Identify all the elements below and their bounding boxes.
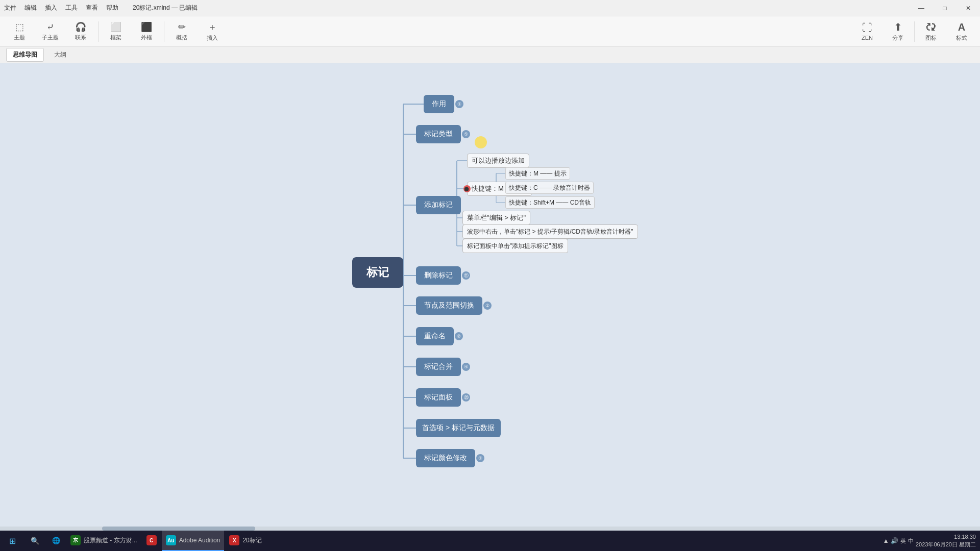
node-tianjiabianji[interactable]: 添加标记 (416, 196, 461, 214)
maximize-button[interactable]: □ (933, 0, 957, 16)
toolbar-right: ⛶ ZEN ⬆ 分享 🗘 图标 A 标式 (853, 17, 976, 46)
eastmoney-icon: 东 (70, 535, 81, 545)
badge-biaojihebingg: ④ (462, 363, 470, 371)
tray-lang[interactable]: 英 (900, 537, 906, 545)
node-bianjileixing-label: 标记类型 (424, 130, 453, 139)
node-biaojihebingg-label: 标记合并 (424, 362, 453, 371)
node-bianjileixing[interactable]: 标记类型 ⑤ (416, 125, 461, 143)
tab-mindmap[interactable]: 思维导图 (6, 48, 44, 62)
taskbar-cougar[interactable]: C (142, 531, 161, 551)
icon-panel-label: 图标 (925, 34, 937, 42)
waikuang-label: 外框 (141, 34, 152, 41)
sub-kuaijiec[interactable]: 快捷键：C —— 录放音计时器 (505, 182, 594, 194)
menu-insert[interactable]: 插入 (45, 4, 57, 12)
cursor-highlight (475, 136, 487, 148)
taskbar-eastmoney[interactable]: 东 股票频道 - 东方财... (66, 531, 141, 551)
taskbar-audition[interactable]: Au Adobe Audition (162, 531, 225, 551)
toolbar-kuangjia[interactable]: ⬜ 框架 (101, 17, 131, 46)
start-button[interactable]: ⊞ (0, 531, 24, 551)
node-zuoyong-label: 作用 (432, 99, 446, 109)
node-shouxuanxiang[interactable]: 首选项 > 标记与元数据 (416, 419, 501, 437)
h-scrollbar[interactable] (0, 527, 980, 531)
toolbar-charu[interactable]: ＋ 插入 (197, 17, 228, 46)
sub-kuaijieshiftm-label: 快捷键：Shift+M —— CD音轨 (509, 198, 591, 207)
node-biaojihebingg[interactable]: 标记合并 ④ (416, 358, 461, 376)
node-kyybian[interactable]: 可以边播放边添加 (467, 154, 529, 168)
taskbar-edge[interactable]: 🌐 (47, 531, 65, 551)
tab-outline[interactable]: 大纲 (48, 48, 72, 61)
search-icon: 🔍 (31, 537, 39, 545)
style-button[interactable]: A 标式 (947, 17, 976, 46)
node-biaojiyansegg-label: 标记颜色修改 (424, 454, 467, 463)
node-zuoyong[interactable]: 作用 ① (424, 95, 454, 113)
node-shanchubiaoji-label: 删除标记 (424, 271, 453, 280)
node-chongming-label: 重命名 (424, 332, 446, 341)
waikuang-icon: ⬛ (141, 21, 152, 33)
menu-edit[interactable]: 编辑 (24, 4, 37, 12)
toolbar-sep1 (98, 21, 99, 42)
center-node-label: 标记 (366, 265, 389, 280)
share-icon: ⬆ (894, 21, 902, 33)
sub-kuaijiem-label: 快捷键：M —— 提示 (509, 169, 567, 178)
taskbar-search-button[interactable]: 🔍 (24, 531, 45, 551)
node-shouxuanxiang-label: 首选项 > 标记与元数据 (422, 423, 495, 433)
zizhuti-icon: ⤶ (46, 21, 54, 33)
badge-biaojiyansegg: ① (476, 454, 484, 462)
sub-kuaijiem[interactable]: 快捷键：M —— 提示 (505, 167, 570, 180)
taskbar-clock[interactable]: 13:18:30 2023年06月20日 星期二 (916, 533, 976, 549)
icon-panel-button[interactable]: 🗘 图标 (917, 17, 945, 46)
center-node[interactable]: 标记 (352, 257, 403, 288)
menu-bar: 文件 编辑 插入 工具 查看 帮助 20标记.xmind — 已编辑 (4, 4, 198, 12)
gaijie-icon: ✏ (178, 21, 186, 33)
share-button[interactable]: ⬆ 分享 (884, 17, 912, 46)
menu-help[interactable]: 帮助 (106, 4, 118, 12)
style-label: 标式 (956, 34, 967, 42)
menu-view[interactable]: 查看 (86, 4, 98, 12)
h-scrollbar-thumb[interactable] (102, 527, 255, 531)
badge-bianjileixing: ⑤ (462, 130, 470, 138)
share-label: 分享 (892, 34, 903, 42)
icon-panel-icon: 🗘 (926, 21, 936, 33)
node-bianjimianban[interactable]: 标记面板中单击"添加提示标记"图标 (462, 239, 568, 253)
toolbar-lianxi[interactable]: 🎧 联系 (65, 17, 96, 46)
xmind-icon: X (229, 535, 239, 545)
close-button[interactable]: ✕ (957, 0, 980, 16)
menu-file[interactable]: 文件 (4, 4, 16, 12)
zhuti-icon: ⬚ (15, 21, 24, 33)
menu-tools[interactable]: 工具 (65, 4, 78, 12)
toolbar: ⬚ 主题 ⤶ 子主题 🎧 联系 ⬜ 框架 ⬛ 外框 ✏ 概括 ＋ 插入 ⛶ ZE… (0, 16, 980, 47)
window-controls: — □ ✕ (910, 0, 980, 16)
charu-icon: ＋ (208, 21, 217, 33)
badge-shanchubiaoji: ⑪ (462, 271, 470, 280)
node-shanchubiaoji[interactable]: 删除标记 ⑪ (416, 266, 461, 285)
taskbar-right: ▲ 🔊 英 中 13:18:30 2023年06月20日 星期二 (883, 533, 980, 549)
mindmap: 标记 作用 ① 标记类型 ⑤ 添加标记 可以边播放边添加 (0, 63, 980, 531)
node-chongming[interactable]: 重命名 ② (416, 327, 454, 345)
lianxi-icon: 🎧 (75, 21, 86, 33)
zen-button[interactable]: ⛶ ZEN (853, 17, 881, 46)
sub-kuaijiec-label: 快捷键：C —— 录放音计时器 (509, 184, 590, 192)
taskbar-xmind[interactable]: X 20标记 (225, 531, 265, 551)
toolbar-waikuang[interactable]: ⬛ 外框 (131, 17, 162, 46)
minimize-button[interactable]: — (910, 0, 933, 16)
zizhuti-label: 子主题 (42, 34, 59, 41)
node-caidan[interactable]: 菜单栏"编辑 > 标记" (462, 211, 530, 225)
edge-icon: 🌐 (51, 535, 61, 545)
node-biaojimianban[interactable]: 标记面板 ⑳ (416, 388, 461, 407)
canvas[interactable]: 标记 作用 ① 标记类型 ⑤ 添加标记 可以边播放边添加 (0, 63, 980, 531)
toolbar-sep2 (164, 21, 164, 42)
badge-biaojimianban: ⑳ (462, 393, 470, 402)
badge-chongming: ② (455, 332, 463, 340)
node-jiedian[interactable]: 节点及范围切换 ② (416, 296, 482, 315)
tray-ime[interactable]: 中 (908, 537, 914, 545)
node-jiedian-label: 节点及范围切换 (424, 301, 474, 310)
node-biaojiyansegg[interactable]: 标记颜色修改 ① (416, 449, 475, 467)
sub-kuaijieshiftm[interactable]: 快捷键：Shift+M —— CD音轨 (505, 196, 595, 209)
toolbar-zhuti[interactable]: ⬚ 主题 (4, 17, 35, 46)
node-tianjiabianji-label: 添加标记 (424, 201, 453, 210)
node-bixing[interactable]: 波形中右击，单击"标记 > 提示/子剪辑/CD音轨/录放音计时器" (462, 224, 638, 239)
view-tabs: 思维导图 大纲 (0, 47, 980, 63)
node-biaojimianban-label: 标记面板 (424, 393, 453, 402)
toolbar-gaijie[interactable]: ✏ 概括 (166, 17, 197, 46)
toolbar-zizhuti[interactable]: ⤶ 子主题 (35, 17, 65, 46)
